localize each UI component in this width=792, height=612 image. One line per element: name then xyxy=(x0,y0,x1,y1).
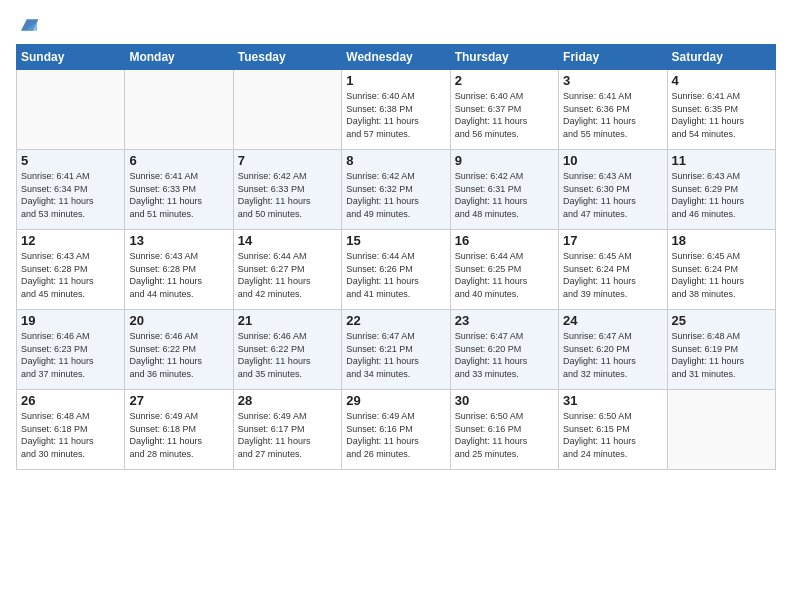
day-info: Sunrise: 6:43 AMSunset: 6:28 PMDaylight:… xyxy=(129,250,228,300)
day-info: Sunrise: 6:49 AMSunset: 6:17 PMDaylight:… xyxy=(238,410,337,460)
calendar-cell: 26Sunrise: 6:48 AMSunset: 6:18 PMDayligh… xyxy=(17,390,125,470)
calendar-cell: 21Sunrise: 6:46 AMSunset: 6:22 PMDayligh… xyxy=(233,310,341,390)
day-number: 22 xyxy=(346,313,445,328)
day-number: 23 xyxy=(455,313,554,328)
day-info: Sunrise: 6:49 AMSunset: 6:18 PMDaylight:… xyxy=(129,410,228,460)
calendar-cell: 5Sunrise: 6:41 AMSunset: 6:34 PMDaylight… xyxy=(17,150,125,230)
day-info: Sunrise: 6:41 AMSunset: 6:36 PMDaylight:… xyxy=(563,90,662,140)
day-info: Sunrise: 6:41 AMSunset: 6:33 PMDaylight:… xyxy=(129,170,228,220)
page: SundayMondayTuesdayWednesdayThursdayFrid… xyxy=(0,0,792,612)
day-number: 11 xyxy=(672,153,771,168)
calendar-cell: 30Sunrise: 6:50 AMSunset: 6:16 PMDayligh… xyxy=(450,390,558,470)
calendar-cell: 14Sunrise: 6:44 AMSunset: 6:27 PMDayligh… xyxy=(233,230,341,310)
day-number: 19 xyxy=(21,313,120,328)
day-number: 16 xyxy=(455,233,554,248)
day-number: 30 xyxy=(455,393,554,408)
calendar-cell: 16Sunrise: 6:44 AMSunset: 6:25 PMDayligh… xyxy=(450,230,558,310)
day-number: 1 xyxy=(346,73,445,88)
day-info: Sunrise: 6:44 AMSunset: 6:27 PMDaylight:… xyxy=(238,250,337,300)
day-number: 6 xyxy=(129,153,228,168)
day-info: Sunrise: 6:43 AMSunset: 6:29 PMDaylight:… xyxy=(672,170,771,220)
calendar-cell: 29Sunrise: 6:49 AMSunset: 6:16 PMDayligh… xyxy=(342,390,450,470)
day-number: 21 xyxy=(238,313,337,328)
day-info: Sunrise: 6:47 AMSunset: 6:21 PMDaylight:… xyxy=(346,330,445,380)
day-info: Sunrise: 6:42 AMSunset: 6:31 PMDaylight:… xyxy=(455,170,554,220)
calendar-week-row: 12Sunrise: 6:43 AMSunset: 6:28 PMDayligh… xyxy=(17,230,776,310)
calendar-cell: 1Sunrise: 6:40 AMSunset: 6:38 PMDaylight… xyxy=(342,70,450,150)
calendar-table: SundayMondayTuesdayWednesdayThursdayFrid… xyxy=(16,44,776,470)
calendar-cell: 4Sunrise: 6:41 AMSunset: 6:35 PMDaylight… xyxy=(667,70,775,150)
day-info: Sunrise: 6:49 AMSunset: 6:16 PMDaylight:… xyxy=(346,410,445,460)
day-number: 3 xyxy=(563,73,662,88)
calendar-cell: 3Sunrise: 6:41 AMSunset: 6:36 PMDaylight… xyxy=(559,70,667,150)
weekday-header-saturday: Saturday xyxy=(667,45,775,70)
calendar-week-row: 26Sunrise: 6:48 AMSunset: 6:18 PMDayligh… xyxy=(17,390,776,470)
day-number: 5 xyxy=(21,153,120,168)
day-info: Sunrise: 6:47 AMSunset: 6:20 PMDaylight:… xyxy=(563,330,662,380)
weekday-header-tuesday: Tuesday xyxy=(233,45,341,70)
day-number: 10 xyxy=(563,153,662,168)
day-number: 24 xyxy=(563,313,662,328)
weekday-header-sunday: Sunday xyxy=(17,45,125,70)
calendar-cell xyxy=(667,390,775,470)
calendar-cell: 8Sunrise: 6:42 AMSunset: 6:32 PMDaylight… xyxy=(342,150,450,230)
day-number: 29 xyxy=(346,393,445,408)
weekday-header-friday: Friday xyxy=(559,45,667,70)
day-number: 15 xyxy=(346,233,445,248)
calendar-cell: 28Sunrise: 6:49 AMSunset: 6:17 PMDayligh… xyxy=(233,390,341,470)
calendar-cell: 2Sunrise: 6:40 AMSunset: 6:37 PMDaylight… xyxy=(450,70,558,150)
calendar-cell: 22Sunrise: 6:47 AMSunset: 6:21 PMDayligh… xyxy=(342,310,450,390)
calendar-week-row: 1Sunrise: 6:40 AMSunset: 6:38 PMDaylight… xyxy=(17,70,776,150)
day-number: 20 xyxy=(129,313,228,328)
calendar-cell: 27Sunrise: 6:49 AMSunset: 6:18 PMDayligh… xyxy=(125,390,233,470)
day-number: 18 xyxy=(672,233,771,248)
calendar-cell: 25Sunrise: 6:48 AMSunset: 6:19 PMDayligh… xyxy=(667,310,775,390)
calendar-cell: 24Sunrise: 6:47 AMSunset: 6:20 PMDayligh… xyxy=(559,310,667,390)
calendar-cell: 18Sunrise: 6:45 AMSunset: 6:24 PMDayligh… xyxy=(667,230,775,310)
weekday-header-thursday: Thursday xyxy=(450,45,558,70)
day-number: 28 xyxy=(238,393,337,408)
calendar-cell: 10Sunrise: 6:43 AMSunset: 6:30 PMDayligh… xyxy=(559,150,667,230)
day-info: Sunrise: 6:44 AMSunset: 6:26 PMDaylight:… xyxy=(346,250,445,300)
day-info: Sunrise: 6:44 AMSunset: 6:25 PMDaylight:… xyxy=(455,250,554,300)
calendar-cell: 13Sunrise: 6:43 AMSunset: 6:28 PMDayligh… xyxy=(125,230,233,310)
day-info: Sunrise: 6:46 AMSunset: 6:22 PMDaylight:… xyxy=(238,330,337,380)
calendar-cell: 6Sunrise: 6:41 AMSunset: 6:33 PMDaylight… xyxy=(125,150,233,230)
day-number: 2 xyxy=(455,73,554,88)
day-info: Sunrise: 6:46 AMSunset: 6:23 PMDaylight:… xyxy=(21,330,120,380)
day-info: Sunrise: 6:43 AMSunset: 6:28 PMDaylight:… xyxy=(21,250,120,300)
day-info: Sunrise: 6:48 AMSunset: 6:19 PMDaylight:… xyxy=(672,330,771,380)
day-number: 9 xyxy=(455,153,554,168)
calendar-cell: 20Sunrise: 6:46 AMSunset: 6:22 PMDayligh… xyxy=(125,310,233,390)
calendar-cell xyxy=(233,70,341,150)
day-number: 27 xyxy=(129,393,228,408)
day-number: 4 xyxy=(672,73,771,88)
day-number: 14 xyxy=(238,233,337,248)
calendar-week-row: 19Sunrise: 6:46 AMSunset: 6:23 PMDayligh… xyxy=(17,310,776,390)
day-info: Sunrise: 6:41 AMSunset: 6:35 PMDaylight:… xyxy=(672,90,771,140)
weekday-header-row: SundayMondayTuesdayWednesdayThursdayFrid… xyxy=(17,45,776,70)
day-info: Sunrise: 6:45 AMSunset: 6:24 PMDaylight:… xyxy=(563,250,662,300)
calendar-cell: 12Sunrise: 6:43 AMSunset: 6:28 PMDayligh… xyxy=(17,230,125,310)
logo-icon xyxy=(18,14,40,36)
calendar-cell: 9Sunrise: 6:42 AMSunset: 6:31 PMDaylight… xyxy=(450,150,558,230)
header xyxy=(16,10,776,36)
logo xyxy=(16,14,40,36)
weekday-header-wednesday: Wednesday xyxy=(342,45,450,70)
day-number: 12 xyxy=(21,233,120,248)
calendar-cell: 15Sunrise: 6:44 AMSunset: 6:26 PMDayligh… xyxy=(342,230,450,310)
calendar-cell: 17Sunrise: 6:45 AMSunset: 6:24 PMDayligh… xyxy=(559,230,667,310)
weekday-header-monday: Monday xyxy=(125,45,233,70)
day-info: Sunrise: 6:50 AMSunset: 6:16 PMDaylight:… xyxy=(455,410,554,460)
calendar-cell: 11Sunrise: 6:43 AMSunset: 6:29 PMDayligh… xyxy=(667,150,775,230)
day-info: Sunrise: 6:47 AMSunset: 6:20 PMDaylight:… xyxy=(455,330,554,380)
day-number: 8 xyxy=(346,153,445,168)
calendar-cell xyxy=(125,70,233,150)
day-info: Sunrise: 6:46 AMSunset: 6:22 PMDaylight:… xyxy=(129,330,228,380)
day-info: Sunrise: 6:40 AMSunset: 6:37 PMDaylight:… xyxy=(455,90,554,140)
day-number: 7 xyxy=(238,153,337,168)
day-number: 17 xyxy=(563,233,662,248)
day-info: Sunrise: 6:40 AMSunset: 6:38 PMDaylight:… xyxy=(346,90,445,140)
calendar-cell: 23Sunrise: 6:47 AMSunset: 6:20 PMDayligh… xyxy=(450,310,558,390)
calendar-cell: 7Sunrise: 6:42 AMSunset: 6:33 PMDaylight… xyxy=(233,150,341,230)
